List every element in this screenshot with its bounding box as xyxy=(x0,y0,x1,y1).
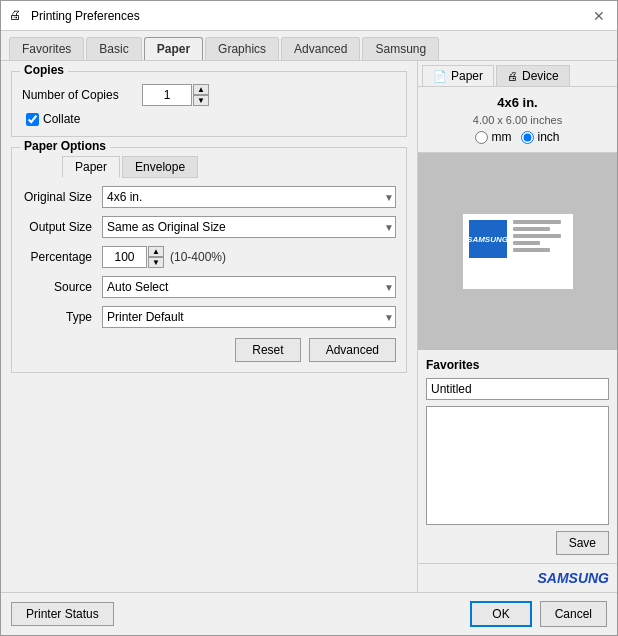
source-label: Source xyxy=(22,280,102,294)
copies-input[interactable] xyxy=(142,84,192,106)
content-area: Copies Number of Copies ▲ ▼ Collate xyxy=(1,61,617,592)
preview-logo: SAMSUNG xyxy=(469,220,507,258)
unit-radios: mm inch xyxy=(426,130,609,144)
bottom-bar: Printer Status OK Cancel xyxy=(1,592,617,635)
copies-increment-button[interactable]: ▲ xyxy=(193,84,209,95)
original-size-row: Original Size 4x6 in. Letter A4 Legal ▼ xyxy=(22,186,396,208)
original-size-label: Original Size xyxy=(22,190,102,204)
favorites-section: Favorites Save xyxy=(418,350,617,563)
type-dropdown-wrap: Printer Default Plain Thick ▼ xyxy=(102,306,396,328)
preview-text-lines xyxy=(513,220,567,255)
tab-bar: Favorites Basic Paper Graphics Advanced … xyxy=(1,31,617,61)
right-panel: 📄 Paper 🖨 Device 4x6 in. 4.00 x 6.00 inc… xyxy=(417,61,617,592)
sub-tab-envelope[interactable]: Envelope xyxy=(122,156,198,178)
right-tab-device[interactable]: 🖨 Device xyxy=(496,65,570,86)
output-size-row: Output Size Same as Original Size Letter… xyxy=(22,216,396,238)
print-preview: SAMSUNG xyxy=(418,153,617,350)
unit-inch-text: inch xyxy=(537,130,559,144)
favorites-title: Favorites xyxy=(426,358,609,372)
window-title: Printing Preferences xyxy=(31,9,589,23)
original-size-dropdown-wrap: 4x6 in. Letter A4 Legal ▼ xyxy=(102,186,396,208)
copies-label: Number of Copies xyxy=(22,88,142,102)
copies-row: Number of Copies ▲ ▼ xyxy=(22,84,396,106)
tab-paper[interactable]: Paper xyxy=(144,37,203,60)
copies-group-title: Copies xyxy=(20,63,68,77)
output-size-dropdown-wrap: Same as Original Size Letter A4 ▼ xyxy=(102,216,396,238)
right-tab-bar: 📄 Paper 🖨 Device xyxy=(418,61,617,87)
collate-label: Collate xyxy=(43,112,80,126)
favorites-save-button[interactable]: Save xyxy=(556,531,609,555)
tab-samsung[interactable]: Samsung xyxy=(362,37,439,60)
printer-status-button[interactable]: Printer Status xyxy=(11,602,114,626)
right-tab-paper[interactable]: 📄 Paper xyxy=(422,65,494,86)
paper-options-title: Paper Options xyxy=(20,139,110,153)
preview-line-2 xyxy=(513,227,551,231)
samsung-logo: SAMSUNG xyxy=(537,570,609,586)
copies-spinner-buttons: ▲ ▼ xyxy=(193,84,209,106)
tab-favorites[interactable]: Favorites xyxy=(9,37,84,60)
preview-line-3 xyxy=(513,234,562,238)
samsung-logo-area: SAMSUNG xyxy=(418,563,617,592)
paper-dims-display: 4.00 x 6.00 inches xyxy=(426,114,609,126)
percentage-row: Percentage ▲ ▼ (10-400%) xyxy=(22,246,396,268)
main-window: 🖨 Printing Preferences ✕ Favorites Basic… xyxy=(0,0,618,636)
percentage-spinner-buttons: ▲ ▼ xyxy=(148,246,164,268)
type-dropdown[interactable]: Printer Default Plain Thick xyxy=(102,306,396,328)
favorites-name-input[interactable] xyxy=(426,378,609,400)
device-tab-icon: 🖨 xyxy=(507,70,518,82)
copies-group: Copies Number of Copies ▲ ▼ Collate xyxy=(11,71,407,137)
unit-mm-text: mm xyxy=(491,130,511,144)
percentage-range: (10-400%) xyxy=(170,250,226,264)
advanced-button[interactable]: Advanced xyxy=(309,338,396,362)
collate-row: Collate xyxy=(26,112,396,126)
source-dropdown-wrap: Auto Select Tray 1 Manual Feed ▼ xyxy=(102,276,396,298)
percentage-label: Percentage xyxy=(22,250,102,264)
type-row: Type Printer Default Plain Thick ▼ xyxy=(22,306,396,328)
copies-decrement-button[interactable]: ▼ xyxy=(193,95,209,106)
cancel-button[interactable]: Cancel xyxy=(540,601,607,627)
tab-advanced[interactable]: Advanced xyxy=(281,37,360,60)
paper-options-buttons: Reset Advanced xyxy=(22,338,396,362)
source-row: Source Auto Select Tray 1 Manual Feed ▼ xyxy=(22,276,396,298)
copies-spinner: ▲ ▼ xyxy=(142,84,209,106)
right-tab-paper-label: Paper xyxy=(451,69,483,83)
paper-info: 4x6 in. 4.00 x 6.00 inches mm inch xyxy=(418,87,617,153)
preview-line-5 xyxy=(513,248,551,252)
printer-icon: 🖨 xyxy=(9,8,25,24)
output-size-label: Output Size xyxy=(22,220,102,234)
preview-logo-text: SAMSUNG xyxy=(467,235,508,244)
percentage-decrement-button[interactable]: ▼ xyxy=(148,257,164,268)
ok-button[interactable]: OK xyxy=(470,601,531,627)
percentage-input[interactable] xyxy=(102,246,147,268)
paper-tab-icon: 📄 xyxy=(433,70,447,83)
bottom-right-buttons: OK Cancel xyxy=(470,601,607,627)
tab-basic[interactable]: Basic xyxy=(86,37,141,60)
left-panel: Copies Number of Copies ▲ ▼ Collate xyxy=(1,61,417,592)
paper-options-group: Paper Options Paper Envelope Original Si… xyxy=(11,147,407,373)
collate-checkbox[interactable] xyxy=(26,113,39,126)
sub-tab-paper[interactable]: Paper xyxy=(62,156,120,178)
unit-mm-radio[interactable] xyxy=(475,131,488,144)
preview-line-1 xyxy=(513,220,562,224)
percentage-increment-button[interactable]: ▲ xyxy=(148,246,164,257)
type-label: Type xyxy=(22,310,102,324)
favorites-list xyxy=(426,406,609,525)
preview-line-4 xyxy=(513,241,540,245)
tab-graphics[interactable]: Graphics xyxy=(205,37,279,60)
title-bar: 🖨 Printing Preferences ✕ xyxy=(1,1,617,31)
right-tab-device-label: Device xyxy=(522,69,559,83)
preview-card: SAMSUNG xyxy=(463,214,573,289)
original-size-dropdown[interactable]: 4x6 in. Letter A4 Legal xyxy=(102,186,396,208)
paper-size-display: 4x6 in. xyxy=(426,95,609,110)
unit-inch-radio[interactable] xyxy=(521,131,534,144)
reset-button[interactable]: Reset xyxy=(235,338,300,362)
unit-mm-label[interactable]: mm xyxy=(475,130,511,144)
output-size-dropdown[interactable]: Same as Original Size Letter A4 xyxy=(102,216,396,238)
unit-inch-label[interactable]: inch xyxy=(521,130,559,144)
close-button[interactable]: ✕ xyxy=(589,6,609,26)
source-dropdown[interactable]: Auto Select Tray 1 Manual Feed xyxy=(102,276,396,298)
paper-sub-tabs: Paper Envelope xyxy=(62,156,396,178)
